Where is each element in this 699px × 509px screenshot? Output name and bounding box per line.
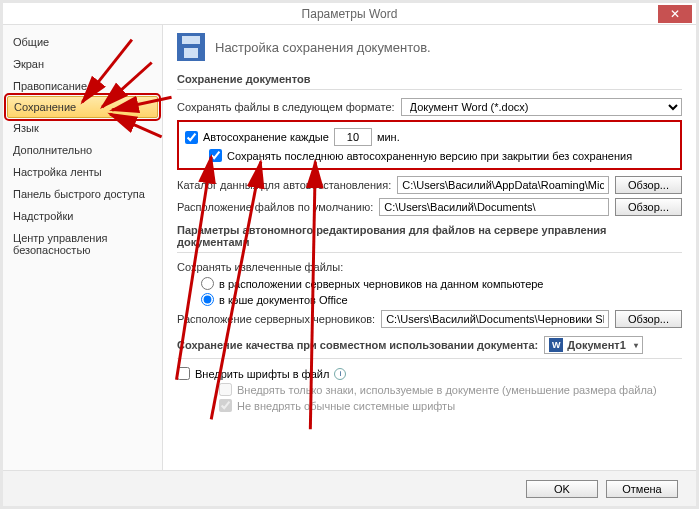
close-icon: ✕ xyxy=(670,7,680,21)
autorecover-path-label: Каталог данных для автовосстановления: xyxy=(177,179,391,191)
sidebar-item-addins[interactable]: Надстройки xyxy=(3,205,162,227)
sidebar-item-trust[interactable]: Центр управления безопасностью xyxy=(3,227,162,261)
autosave-label: Автосохранение каждые xyxy=(203,131,329,143)
save-checkedout-label: Сохранять извлеченные файлы: xyxy=(177,261,343,273)
browse-autorecover-button[interactable]: Обзор... xyxy=(615,176,682,194)
autosave-interval-input[interactable] xyxy=(334,128,372,146)
keep-last-autosave-checkbox[interactable] xyxy=(209,149,222,162)
sidebar-item-general[interactable]: Общие xyxy=(3,31,162,53)
default-location-label: Расположение файлов по умолчанию: xyxy=(177,201,373,213)
group-offline-editing: Параметры автономного редактирования для… xyxy=(177,224,682,248)
word-doc-icon: W xyxy=(549,338,563,352)
target-document-select[interactable]: W Документ1 xyxy=(544,336,643,354)
office-cache-radio-label: в кэше документов Office xyxy=(219,294,348,306)
dialog-title: Параметры Word xyxy=(302,7,398,21)
autosave-unit: мин. xyxy=(377,131,400,143)
sidebar-item-advanced[interactable]: Дополнительно xyxy=(3,139,162,161)
sidebar-item-save[interactable]: Сохранение xyxy=(7,96,158,118)
keep-last-autosave-label: Сохранять последнюю автосохраненную верс… xyxy=(227,150,632,162)
default-location-input[interactable] xyxy=(379,198,609,216)
save-format-select[interactable]: Документ Word (*.docx) xyxy=(401,98,682,116)
category-sidebar: Общие Экран Правописание Сохранение Язык… xyxy=(3,25,163,470)
sidebar-item-qat[interactable]: Панель быстрого доступа xyxy=(3,183,162,205)
titlebar: Параметры Word ✕ xyxy=(3,3,696,25)
content-pane: Настройка сохранения документов. Сохране… xyxy=(163,25,696,470)
format-label: Сохранять файлы в следующем формате: xyxy=(177,101,395,113)
sidebar-item-language[interactable]: Язык xyxy=(3,117,162,139)
skip-system-fonts-checkbox xyxy=(219,399,232,412)
browse-drafts-button[interactable]: Обзор... xyxy=(615,310,682,328)
browse-default-location-button[interactable]: Обзор... xyxy=(615,198,682,216)
sidebar-item-display[interactable]: Экран xyxy=(3,53,162,75)
embed-fonts-checkbox[interactable] xyxy=(177,367,190,380)
embed-fonts-label: Внедрить шрифты в файл xyxy=(195,368,329,380)
server-drafts-radio-label: в расположении серверных черновиков на д… xyxy=(219,278,543,290)
group-sharing-quality: Сохранение качества при совместном испол… xyxy=(177,336,682,354)
drafts-location-input[interactable] xyxy=(381,310,609,328)
office-cache-radio[interactable] xyxy=(201,293,214,306)
page-subtitle: Настройка сохранения документов. xyxy=(215,40,431,55)
save-icon xyxy=(177,33,205,61)
embed-used-chars-label: Внедрять только знаки, используемые в до… xyxy=(237,384,657,396)
ok-button[interactable]: OK xyxy=(526,480,598,498)
dialog-footer: OK Отмена xyxy=(3,470,696,506)
autorecover-path-input[interactable] xyxy=(397,176,609,194)
info-icon[interactable]: i xyxy=(334,368,346,380)
sidebar-item-ribbon[interactable]: Настройка ленты xyxy=(3,161,162,183)
drafts-location-label: Расположение серверных черновиков: xyxy=(177,313,375,325)
group-save-documents: Сохранение документов xyxy=(177,73,682,85)
highlight-box: Автосохранение каждые мин. Сохранять пос… xyxy=(177,120,682,170)
skip-system-fonts-label: Не внедрять обычные системные шрифты xyxy=(237,400,455,412)
server-drafts-radio[interactable] xyxy=(201,277,214,290)
cancel-button[interactable]: Отмена xyxy=(606,480,678,498)
close-button[interactable]: ✕ xyxy=(658,5,692,23)
embed-used-chars-checkbox xyxy=(219,383,232,396)
sidebar-item-proofing[interactable]: Правописание xyxy=(3,75,162,97)
options-dialog: Параметры Word ✕ Общие Экран Правописани… xyxy=(0,0,699,509)
autosave-checkbox[interactable] xyxy=(185,131,198,144)
